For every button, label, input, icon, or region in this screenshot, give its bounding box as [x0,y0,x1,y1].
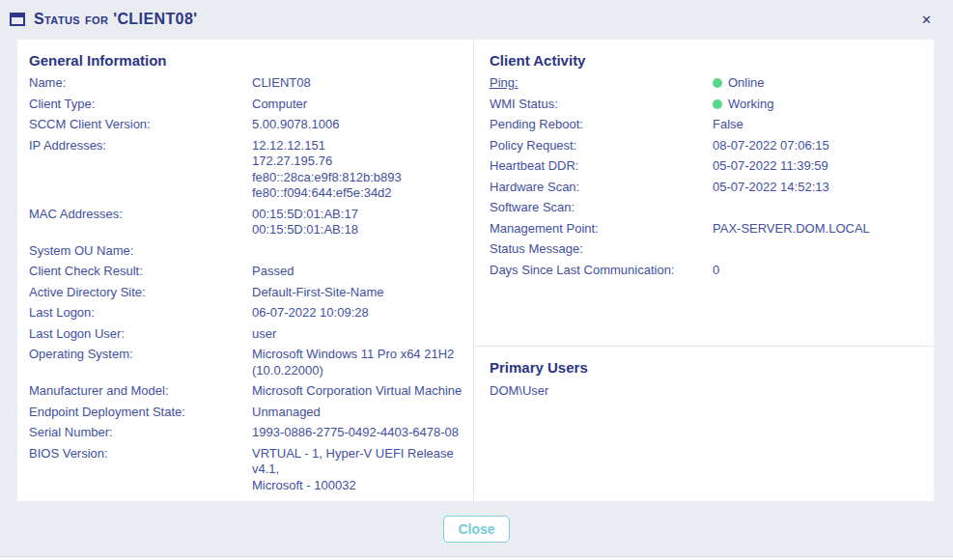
row-operating-system: Operating System: Microsoft Windows 11 P… [29,347,465,378]
row-label: Endpoint Deployment State: [29,405,252,421]
row-last-logon: Last Logon: 06-07-2022 10:09:28 [29,305,465,322]
row-wmi-status: WMI Status: Working [490,97,926,113]
row-label: Operating System: [29,347,252,378]
row-active-directory-site: Active Directory Site: Default-First-Sit… [29,285,465,301]
row-value: 06-07-2022 10:09:28 [252,305,465,322]
window-icon [10,13,25,26]
primary-users-section: Primary Users DOM\User [474,347,934,501]
wmi-status-text: Working [728,97,773,111]
ping-link[interactable]: Ping: [490,75,519,90]
row-manufacturer-model: Manufacturer and Model: Microsoft Corpor… [29,383,465,400]
primary-users-heading: Primary Users [490,359,926,376]
row-value: PAX-SERVER.DOM.LOCAL [713,221,926,238]
row-value: 12.12.12.151 172.27.195.76 fe80::28ca:e9… [252,138,465,202]
row-status-message: Status Message: [490,241,926,258]
row-label: Pending Reboot: [490,117,713,133]
row-name: Name: CLIENT08 [29,75,465,92]
row-value: 05-07-2022 14:52:13 [713,180,926,196]
row-label: MAC Addresses: [29,207,252,238]
row-label: System OU Name: [29,243,252,260]
row-label: IP Addresses: [29,138,252,202]
ping-status-text: Online [728,75,765,90]
row-endpoint-deployment-state: Endpoint Deployment State: Unmanaged [29,405,465,421]
row-value: Working [713,97,926,113]
row-value: 08-07-2022 07:06:15 [713,138,926,154]
row-bios-version: BIOS Version: VRTUAL - 1, Hyper-V UEFI R… [29,446,465,494]
dialog-title: Status for 'CLIENT08' [34,11,197,28]
row-value [713,241,926,258]
row-value: Microsoft Windows 11 Pro x64 21H2 (10.0.… [252,347,465,378]
row-days-since-last-communication: Days Since Last Communication: 0 [490,263,926,279]
row-label: WMI Status: [490,97,713,113]
row-label: Days Since Last Communication: [490,263,713,279]
close-icon[interactable]: ✕ [917,12,936,28]
row-serial-number: Serial Number: 1993-0886-2775-0492-4403-… [29,425,465,441]
status-dot-online [713,78,722,88]
row-label: Hardware Scan: [490,180,713,196]
row-heartbeat-ddr: Heartbeat DDR: 05-07-2022 11:39:59 [490,158,926,175]
row-label: BIOS Version: [29,446,252,494]
row-value: Online [713,75,926,92]
row-value: 0 [713,263,926,279]
row-value: VRTUAL - 1, Hyper-V UEFI Release v4.1, M… [252,446,465,494]
row-software-scan: Software Scan: [490,200,926,216]
dialog-header: Status for 'CLIENT08' ✕ [0,0,953,39]
status-dot-working [713,99,722,109]
row-value: 5.00.9078.1006 [252,117,465,133]
row-value: Unmanaged [252,405,465,421]
row-value: 00:15:5D:01:AB:17 00:15:5D:01:AB:18 [252,207,465,238]
row-label: Client Type: [29,97,252,113]
row-client-check-result: Client Check Result: Passed [29,264,465,280]
general-information-section: General Information Name: CLIENT08 Clien… [17,40,473,501]
row-value: CLIENT08 [252,75,465,92]
row-label: Name: [29,75,252,92]
dialog-footer: Close [0,502,953,556]
row-value [713,200,926,216]
row-ping: Ping: Online [490,75,926,92]
row-policy-request: Policy Request: 08-07-2022 07:06:15 [490,138,926,154]
row-value: 1993-0886-2775-0492-4403-6478-08 [252,425,465,441]
row-label: Manufacturer and Model: [29,383,252,400]
row-value: Computer [252,97,465,113]
row-label: Software Scan: [490,200,713,216]
row-label: Last Logon User: [29,326,252,343]
status-card: General Information Name: CLIENT08 Clien… [16,39,935,502]
row-management-point: Management Point: PAX-SERVER.DOM.LOCAL [490,221,926,238]
general-information-heading: General Information [29,52,465,69]
row-label: Management Point: [490,221,713,238]
row-mac-addresses: MAC Addresses: 00:15:5D:01:AB:17 00:15:5… [29,207,465,238]
row-client-type: Client Type: Computer [29,97,465,113]
row-value: False [713,117,926,133]
row-label: Client Check Result: [29,264,252,280]
row-sccm-client-version: SCCM Client Version: 5.00.9078.1006 [29,117,465,133]
row-system-ou-name: System OU Name: [29,243,465,260]
client-activity-section: Client Activity Ping: Online WMI Status:… [474,40,934,346]
client-activity-heading: Client Activity [490,52,926,69]
row-label: Heartbeat DDR: [490,158,713,175]
close-button[interactable]: Close [443,516,509,543]
row-value: Passed [252,264,465,280]
row-label: SCCM Client Version: [29,117,252,133]
row-label: Serial Number: [29,425,252,441]
row-value: Microsoft Corporation Virtual Machine [252,383,465,400]
row-hardware-scan: Hardware Scan: 05-07-2022 14:52:13 [490,180,926,196]
bottom-strip [0,556,953,560]
row-value [252,243,465,260]
row-ip-addresses: IP Addresses: 12.12.12.151 172.27.195.76… [29,138,465,202]
row-value: 05-07-2022 11:39:59 [713,158,926,175]
row-pending-reboot: Pending Reboot: False [490,117,926,133]
row-last-logon-user: Last Logon User: user [29,326,465,343]
row-value: user [252,326,465,343]
row-value: Default-First-Site-Name [252,285,465,301]
row-label: Last Logon: [29,305,252,322]
row-label: Active Directory Site: [29,285,252,301]
primary-user-item: DOM\User [490,382,926,399]
row-label: Status Message: [490,241,713,258]
row-label: Policy Request: [490,138,713,154]
right-pane: Client Activity Ping: Online WMI Status:… [474,40,934,501]
